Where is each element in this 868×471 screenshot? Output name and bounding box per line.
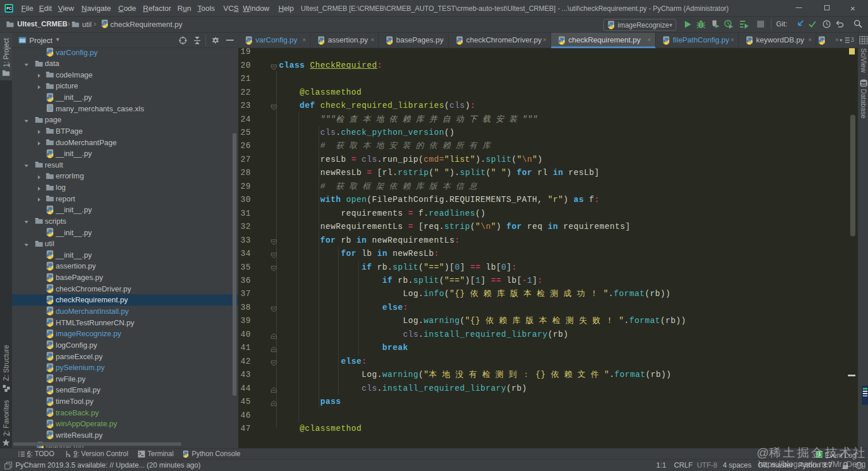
svg-text:PC: PC xyxy=(6,6,11,10)
svg-text:?: ? xyxy=(48,106,52,111)
